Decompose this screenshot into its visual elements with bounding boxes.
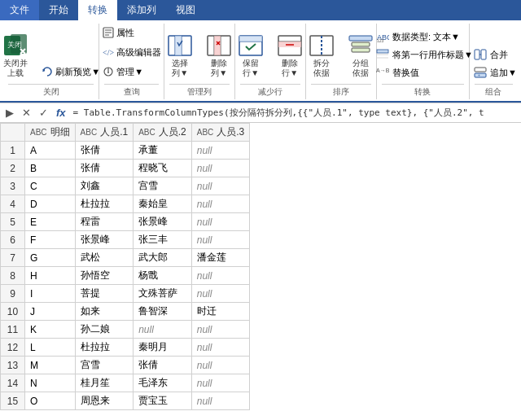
cell-8-1: 孙悟空 bbox=[75, 267, 134, 285]
cell-3-3: null bbox=[191, 177, 250, 195]
btn-properties[interactable]: 属性 bbox=[98, 24, 165, 42]
ribbon-tabs: 文件 开始 转换 添加列 视图 bbox=[0, 0, 521, 20]
group-query: 属性 </> 高级编辑器 bbox=[99, 24, 164, 99]
col-type-1: ABC bbox=[81, 128, 98, 137]
group-reduce-rows-label: 减少行 bbox=[240, 84, 300, 99]
table-row: 11K孙二娘nullnull bbox=[1, 321, 250, 339]
btn-first-row-header[interactable]: 将第一行用作标题▼ bbox=[375, 46, 474, 63]
row-number: 5 bbox=[1, 213, 25, 231]
btn-split[interactable]: 拆分依据 bbox=[304, 30, 339, 81]
tab-home[interactable]: 开始 bbox=[39, 0, 78, 20]
close-upload-icon: 关闭 bbox=[2, 33, 28, 59]
query-btn-col: 属性 </> 高级编辑器 bbox=[98, 24, 165, 81]
select-cols-icon bbox=[167, 33, 193, 59]
btn-advanced-editor[interactable]: </> 高级编辑器 bbox=[98, 43, 165, 61]
svg-rect-33 bbox=[352, 48, 370, 52]
btn-select-cols[interactable]: 选择列▼ bbox=[162, 30, 198, 81]
row-number: 1 bbox=[1, 142, 25, 160]
table-header-row: ABC 明细 ABC 人员.1 ABC 人员.2 bbox=[1, 124, 250, 142]
btn-refresh[interactable]: 刷新预览▼ bbox=[37, 63, 104, 81]
refresh-icon bbox=[41, 65, 54, 78]
table-container[interactable]: ABC 明细 ABC 人员.1 ABC 人员.2 bbox=[0, 123, 521, 420]
col-name-2: 人员.2 bbox=[159, 125, 186, 139]
svg-rect-40 bbox=[475, 50, 479, 59]
btn-datatype[interactable]: ABC 123 数据类型: 文本▼ bbox=[375, 28, 474, 45]
svg-text:123: 123 bbox=[377, 38, 384, 43]
tab-transform[interactable]: 转换 bbox=[78, 0, 117, 20]
cell-7-0: G bbox=[25, 249, 76, 267]
properties-icon bbox=[102, 26, 115, 39]
cell-7-2: 武大郎 bbox=[134, 249, 192, 267]
cell-13-3: null bbox=[191, 357, 250, 374]
btn-close-upload[interactable]: 关闭 关闭并上载 bbox=[0, 30, 33, 81]
row-number: 14 bbox=[1, 374, 25, 392]
datatype-icon: ABC 123 bbox=[376, 30, 389, 43]
btn-delete-cols-label: 删除列▼ bbox=[211, 59, 227, 78]
btn-first-row-label: 将第一行用作标题▼ bbox=[392, 49, 473, 61]
cell-6-3: null bbox=[191, 231, 250, 249]
cell-6-1: 张景峰 bbox=[75, 231, 134, 249]
svg-rect-32 bbox=[352, 42, 370, 46]
group-icon bbox=[348, 33, 374, 59]
btn-delete-rows[interactable]: 删除行▼ bbox=[272, 30, 308, 81]
btn-delete-cols[interactable]: 删除列▼ bbox=[201, 30, 237, 81]
cell-5-0: E bbox=[25, 213, 76, 231]
cell-11-1: 孙二娘 bbox=[75, 321, 134, 339]
split-icon bbox=[309, 33, 335, 59]
btn-append-label: 追加▼ bbox=[490, 67, 517, 79]
tab-file[interactable]: 文件 bbox=[0, 0, 39, 20]
svg-text:关闭: 关闭 bbox=[7, 41, 22, 49]
cell-2-0: B bbox=[25, 160, 76, 177]
cell-4-0: D bbox=[25, 195, 76, 213]
formula-fx-icon[interactable]: fx bbox=[54, 106, 68, 120]
table-row: 2B张倩程晓飞null bbox=[1, 160, 250, 177]
delete-rows-icon bbox=[277, 33, 303, 59]
btn-keep-rows[interactable]: 保留行▼ bbox=[233, 30, 269, 81]
btn-replace-value[interactable]: A→B 替换值 bbox=[375, 64, 474, 81]
col-header-2[interactable]: ABC 人员.2 bbox=[134, 124, 192, 142]
col-header-0[interactable]: ABC 明细 bbox=[25, 124, 76, 142]
svg-rect-19 bbox=[214, 36, 221, 55]
table-row: 9I菩提文殊菩萨null bbox=[1, 285, 250, 303]
cell-10-3: 时迁 bbox=[191, 303, 250, 321]
manage-icon bbox=[102, 65, 115, 78]
btn-manage[interactable]: 管理▼ bbox=[98, 63, 165, 81]
btn-select-cols-label: 选择列▼ bbox=[172, 59, 188, 78]
data-table: ABC 明细 ABC 人员.1 ABC 人员.2 bbox=[0, 123, 250, 410]
cell-14-1: 桂月笙 bbox=[75, 374, 134, 392]
table-row: 13M宫雪张倩null bbox=[1, 357, 250, 374]
btn-properties-label: 属性 bbox=[116, 27, 134, 39]
col-header-3[interactable]: ABC 人员.3 bbox=[191, 124, 250, 142]
cell-9-0: I bbox=[25, 285, 76, 303]
col-header-1[interactable]: ABC 人员.1 bbox=[75, 124, 134, 142]
nav-back-icon[interactable]: ▶ bbox=[3, 106, 16, 120]
delete-cols-icon bbox=[206, 33, 232, 59]
cell-1-2: 承董 bbox=[134, 142, 192, 160]
col-type-2: ABC bbox=[138, 128, 155, 137]
svg-text:+: + bbox=[478, 72, 480, 77]
formula-bar-icons: ▶ ✕ ✓ fx bbox=[3, 106, 68, 120]
cell-3-1: 刘鑫 bbox=[75, 177, 134, 195]
cell-1-0: A bbox=[25, 142, 76, 160]
table-row: 15O周恩来贾宝玉null bbox=[1, 392, 250, 410]
cell-14-3: null bbox=[191, 374, 250, 392]
row-number: 4 bbox=[1, 195, 25, 213]
cell-9-2: 文殊菩萨 bbox=[134, 285, 192, 303]
table-row: 3C刘鑫宫雪null bbox=[1, 177, 250, 195]
cell-3-2: 宫雪 bbox=[134, 177, 192, 195]
tab-addcol[interactable]: 添加列 bbox=[117, 0, 166, 20]
group-combine-label: 组合 bbox=[475, 84, 513, 99]
formula-bar: ▶ ✕ ✓ fx = Table.TransformColumnTypes(按分… bbox=[0, 103, 521, 123]
tab-view[interactable]: 视图 bbox=[166, 0, 205, 20]
group-transform: ABC 123 数据类型: 文本▼ bbox=[377, 24, 469, 99]
cell-11-2: null bbox=[134, 321, 192, 339]
first-row-icon bbox=[376, 48, 389, 61]
cell-13-0: M bbox=[25, 357, 76, 374]
btn-merge[interactable]: 合并 bbox=[473, 46, 518, 63]
cell-6-0: F bbox=[25, 231, 76, 249]
formula-accept-icon[interactable]: ✓ bbox=[37, 106, 50, 120]
btn-append[interactable]: + 追加▼ bbox=[473, 64, 518, 81]
row-number: 12 bbox=[1, 339, 25, 357]
formula-cancel-icon[interactable]: ✕ bbox=[20, 106, 33, 120]
col-name-0: 明细 bbox=[50, 125, 70, 139]
